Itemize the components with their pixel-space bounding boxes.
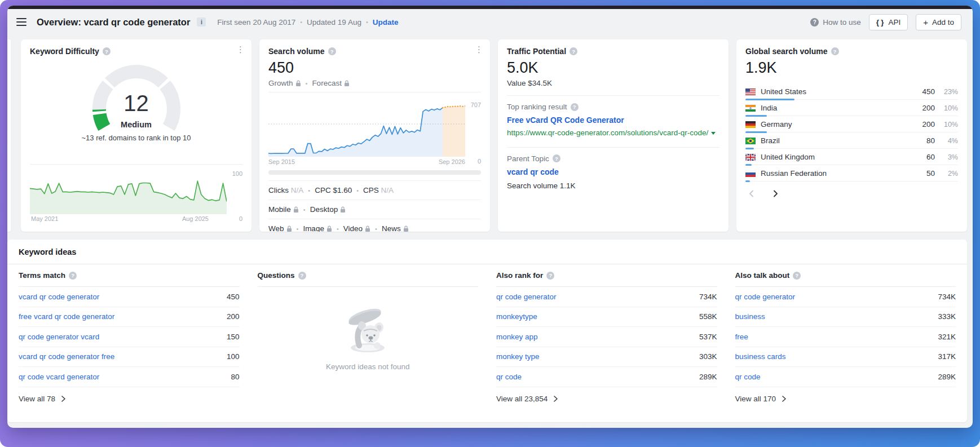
keyword-link[interactable]: qr code generator <box>496 293 557 301</box>
country-share-bar <box>745 148 754 149</box>
keyword-volume: 289K <box>938 373 956 381</box>
country-row[interactable]: Germany20010% <box>745 116 958 132</box>
keyword-link[interactable]: qr code <box>735 373 761 381</box>
keyword-link[interactable]: qr code generator vcard <box>19 333 99 341</box>
country-list: United States45023%India20010%Germany200… <box>745 83 958 182</box>
how-to-use-button[interactable]: ? How to use <box>810 18 861 26</box>
questions-empty-state: Keyword ideas not found <box>258 287 479 371</box>
help-icon[interactable]: ? <box>831 47 839 55</box>
help-icon[interactable]: ? <box>793 272 801 280</box>
country-row[interactable]: Russian Federation502% <box>745 165 958 182</box>
lock-icon <box>340 206 346 213</box>
card-title: Traffic Potential <box>507 47 566 56</box>
flag-us-icon <box>745 88 756 95</box>
keyword-link[interactable]: business cards <box>735 352 786 361</box>
separator-dot: • <box>308 187 310 194</box>
global-volume-value: 1.9K <box>745 59 958 77</box>
help-icon[interactable]: ? <box>103 47 111 55</box>
keyword-volume: 333K <box>938 312 956 321</box>
chevron-down-icon[interactable] <box>711 132 716 135</box>
also-rank-for-column: Also rank for ? qr code generator734Kmon… <box>496 264 717 422</box>
y-axis-max-label: 100 <box>232 170 242 177</box>
keyword-link[interactable]: monkey type <box>496 352 540 361</box>
keyword-row: free321K <box>735 327 956 347</box>
previous-card-peek[interactable] <box>7 39 11 232</box>
country-name: United States <box>761 87 911 96</box>
stat-label: Desktop <box>310 205 338 214</box>
horizontal-scrollbar[interactable] <box>268 170 481 175</box>
lock-icon <box>293 206 299 213</box>
keyword-link[interactable]: free vcard qr code generator <box>19 312 114 321</box>
keyword-row: business cards317K <box>735 347 956 368</box>
growth-label[interactable]: Growth <box>268 79 293 87</box>
keyword-row: qr code vcard generator80 <box>19 367 240 387</box>
prev-page-button[interactable] <box>748 189 755 200</box>
x-axis-start-label: May 2021 <box>31 215 58 222</box>
help-icon[interactable]: ? <box>570 47 577 55</box>
help-icon[interactable]: ? <box>69 272 77 280</box>
country-name: Brazil <box>761 136 911 145</box>
separator-dot: • <box>366 19 368 25</box>
also-rank-for-view-all[interactable]: View all 23,854 <box>496 387 717 411</box>
keyword-link[interactable]: qr code <box>496 373 522 381</box>
global-search-volume-card: Global search volume ? 1.9K United State… <box>736 39 967 232</box>
parent-topic-link[interactable]: vcard qr code <box>507 167 559 176</box>
country-row[interactable]: India20010% <box>745 100 958 116</box>
lock-icon <box>326 225 332 232</box>
terms-match-view-all[interactable]: View all 78 <box>19 387 240 411</box>
y-axis-max-label: 707 <box>471 101 481 108</box>
growth-forecast-row: Growth • Forecast <box>268 79 481 87</box>
top-ranking-result-link[interactable]: Free vCard QR Code Generator <box>507 116 624 125</box>
lock-icon <box>295 80 301 87</box>
how-to-use-label: How to use <box>823 18 861 26</box>
terms-match-header: Terms match ? <box>19 264 240 287</box>
keyword-row: business333K <box>735 307 956 327</box>
help-icon[interactable]: ? <box>571 103 579 111</box>
kebab-menu-icon[interactable]: ⋮ <box>236 45 245 54</box>
also-rank-for-rows: qr code generator734Kmonkeytype558Kmonke… <box>496 287 717 387</box>
keyword-link[interactable]: qr code generator <box>735 293 796 301</box>
top-ranking-url[interactable]: https://www.qr-code-generator.com/soluti… <box>507 127 719 139</box>
chevron-left-icon <box>749 190 754 197</box>
keyword-link[interactable]: free <box>735 333 748 341</box>
hamburger-menu-icon[interactable] <box>16 18 27 26</box>
country-row[interactable]: United Kingdom603% <box>745 149 958 165</box>
stat-label: Web <box>268 224 284 232</box>
api-button[interactable]: { } API <box>869 14 908 30</box>
help-icon[interactable]: ? <box>328 47 336 55</box>
help-icon[interactable]: ? <box>553 154 560 162</box>
also-talk-about-view-all[interactable]: View all 170 <box>735 387 956 411</box>
forecast-label[interactable]: Forecast <box>312 79 342 87</box>
keyword-link[interactable]: qr code vcard generator <box>19 373 99 381</box>
keyword-volume: 80 <box>231 373 239 381</box>
search-volume-stats: Clicks N/A•CPC $1.60•CPS N/AMobile•Deskt… <box>268 180 481 232</box>
help-icon[interactable]: ? <box>546 272 554 280</box>
y-axis-min-label: 0 <box>478 158 481 165</box>
country-percent: 23% <box>940 88 958 96</box>
keyword-link[interactable]: monkeytype <box>496 312 537 321</box>
kd-subtext: ~13 ref. domains to rank in top 10 <box>30 134 242 142</box>
keyword-link[interactable]: vcard qr code generator <box>19 293 99 301</box>
terms-match-rows: vcard qr code generator450free vcard qr … <box>19 287 240 387</box>
kd-value: 12 <box>30 91 242 116</box>
chevron-right-icon <box>554 396 558 402</box>
country-volume: 80 <box>916 136 935 145</box>
next-page-button[interactable] <box>772 189 779 200</box>
app-window: Overview: vcard qr code generator i Firs… <box>7 6 973 428</box>
keyword-info-badge[interactable]: i <box>197 17 206 26</box>
update-link[interactable]: Update <box>373 18 399 26</box>
country-volume: 200 <box>916 120 935 129</box>
stat-label: Clicks <box>268 186 289 194</box>
add-to-button[interactable]: + Add to <box>916 14 961 30</box>
country-row[interactable]: Brazil804% <box>745 132 958 149</box>
separator-dot: • <box>337 225 339 232</box>
page-title: Overview: vcard qr code generator <box>37 17 190 28</box>
keyword-link[interactable]: monkey app <box>496 333 538 341</box>
keyword-link[interactable]: business <box>735 312 765 321</box>
help-icon[interactable]: ? <box>298 272 306 280</box>
keyword-link[interactable]: vcard qr code generator free <box>19 352 114 361</box>
country-row[interactable]: United States45023% <box>745 83 958 100</box>
lock-icon <box>403 225 409 232</box>
country-share-bar <box>745 180 750 182</box>
kebab-menu-icon[interactable]: ⋮ <box>475 45 483 54</box>
